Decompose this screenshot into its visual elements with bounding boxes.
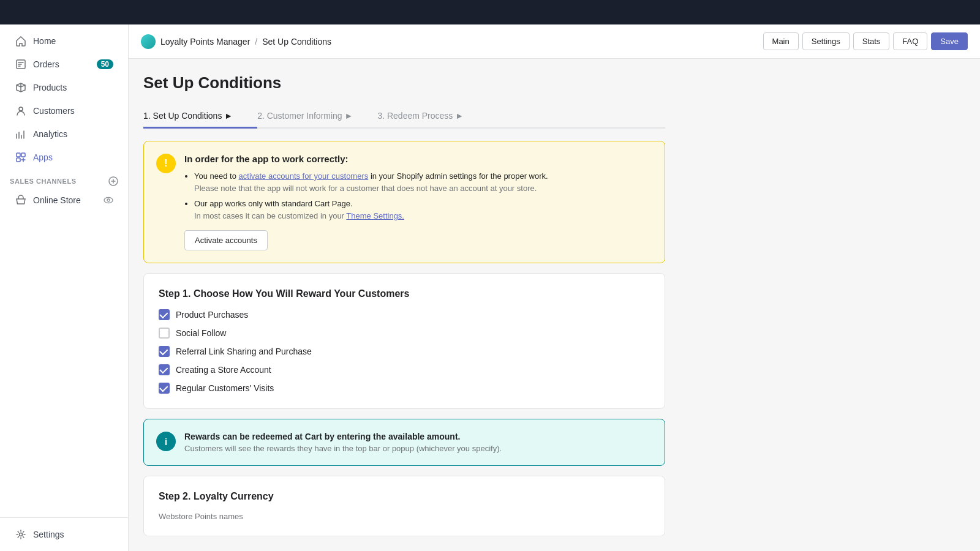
topbar	[0, 0, 980, 24]
info-body: Rewards can be redeemed at Cart by enter…	[184, 432, 502, 453]
tab-stats[interactable]: Stats	[853, 32, 890, 50]
sidebar-item-apps[interactable]: Apps	[5, 146, 123, 168]
step1-title: Step 1. Choose How You Will Reward Your …	[159, 288, 650, 299]
settings-icon	[15, 528, 27, 541]
orders-icon	[15, 58, 27, 70]
svg-point-8	[20, 533, 23, 536]
activate-accounts-link[interactable]: activate accounts for your customers	[239, 171, 369, 181]
sales-channels-label: SALES CHANNELS	[10, 178, 77, 185]
main-content: Loyalty Points Manager / Set Up Conditio…	[129, 24, 980, 551]
sidebar-item-customers[interactable]: Customers	[5, 100, 123, 122]
step2-card: Step 2. Loyalty Currency Webstore Points…	[143, 476, 665, 536]
online-store-eye-icon	[104, 195, 113, 205]
checkbox-label-regular-visits: Regular Customers' Visits	[176, 383, 274, 393]
tab-settings[interactable]: Settings	[802, 32, 850, 50]
warning-bullet-1-main: You need to	[194, 171, 239, 181]
sidebar: Home Orders 50 Products Customers Anal	[0, 24, 129, 551]
warning-bullet-1-sub: Please note that the app will not work f…	[194, 184, 537, 193]
svg-point-6	[104, 198, 113, 203]
step1-card: Step 1. Choose How You Will Reward Your …	[143, 273, 665, 409]
checkbox-label-store-account: Creating a Store Account	[176, 365, 271, 375]
breadcrumb-current-page: Set Up Conditions	[262, 37, 331, 47]
checkbox-item-store-account[interactable]: Creating a Store Account	[159, 364, 650, 375]
orders-badge: 50	[97, 59, 113, 69]
tab-main[interactable]: Main	[763, 32, 799, 50]
checkbox-label-referral-link: Referral Link Sharing and Purchase	[176, 347, 312, 356]
checkbox-regular-visits[interactable]	[159, 383, 170, 394]
sidebar-item-orders[interactable]: Orders 50	[5, 53, 123, 75]
sidebar-item-settings-label: Settings	[33, 530, 64, 539]
warning-bullet-2: Our app works only with standard Cart Pa…	[194, 198, 652, 222]
apps-icon	[15, 151, 27, 163]
sidebar-item-settings[interactable]: Settings	[5, 523, 123, 545]
warning-title: In order for the app to work correctly:	[184, 154, 652, 164]
breadcrumb-app-name: Loyalty Points Manager	[160, 37, 250, 47]
sidebar-item-online-store[interactable]: Online Store	[5, 189, 123, 211]
sidebar-item-home-label: Home	[33, 36, 56, 46]
analytics-icon	[15, 128, 27, 140]
page-content-area: Set Up Conditions 1. Set Up Conditions ►…	[129, 59, 680, 551]
breadcrumb-separator: /	[255, 37, 257, 47]
sidebar-item-customers-label: Customers	[33, 106, 75, 116]
step-tab-setup[interactable]: 1. Set Up Conditions ►	[143, 105, 257, 129]
customers-icon	[15, 105, 27, 117]
sidebar-item-analytics[interactable]: Analytics	[5, 123, 123, 145]
checkbox-item-social-follow[interactable]: Social Follow	[159, 328, 650, 339]
sidebar-item-analytics-label: Analytics	[33, 129, 67, 139]
svg-rect-3	[21, 153, 25, 157]
warning-bullet-1-after: in your Shopify admin settings for the p…	[371, 171, 548, 181]
sidebar-item-products[interactable]: Products	[5, 77, 123, 99]
checkbox-store-account[interactable]	[159, 364, 170, 375]
app-header: Loyalty Points Manager / Set Up Conditio…	[129, 24, 980, 59]
products-icon	[15, 81, 27, 94]
checkbox-item-regular-visits[interactable]: Regular Customers' Visits	[159, 383, 650, 394]
svg-rect-2	[17, 153, 20, 157]
svg-point-1	[19, 107, 23, 111]
warning-bullets: You need to activate accounts for your c…	[194, 170, 652, 222]
checkbox-label-product-purchases: Product Purchases	[176, 310, 248, 320]
sidebar-bottom: Settings	[0, 517, 128, 546]
add-sales-channel-button[interactable]	[108, 176, 118, 186]
online-store-icon	[15, 194, 27, 206]
checkbox-label-social-follow: Social Follow	[176, 328, 226, 338]
step2-sub-label: Webstore Points names	[159, 512, 650, 521]
warning-box: ! In order for the app to work correctly…	[143, 141, 665, 263]
checkbox-list: Product Purchases Social Follow Referral…	[159, 309, 650, 394]
checkbox-referral-link[interactable]	[159, 346, 170, 357]
warning-bullet-1: You need to activate accounts for your c…	[194, 170, 652, 194]
svg-point-7	[107, 199, 110, 201]
svg-rect-4	[17, 158, 20, 162]
page-title: Set Up Conditions	[143, 73, 665, 92]
step-tabs: 1. Set Up Conditions ► 2. Customer Infor…	[143, 105, 665, 129]
info-title: Rewards can be redeemed at Cart by enter…	[184, 432, 502, 441]
sidebar-item-apps-label: Apps	[33, 152, 53, 162]
warning-icon: !	[156, 154, 176, 173]
checkbox-social-follow[interactable]	[159, 328, 170, 339]
app-logo	[141, 34, 156, 49]
step-tab-redeem[interactable]: 3. Redeem Process ►	[377, 105, 488, 129]
warning-bullet-2-sub: In most cases it can be customized in yo…	[194, 211, 404, 220]
sidebar-item-orders-label: Orders	[33, 59, 59, 69]
activate-accounts-button[interactable]: Activate accounts	[184, 230, 268, 250]
warning-bullet-2-main: Our app works only with standard Cart Pa…	[194, 199, 353, 208]
sidebar-item-products-label: Products	[33, 83, 67, 92]
sidebar-item-home[interactable]: Home	[5, 30, 123, 52]
step-tab-informing[interactable]: 2. Customer Informing ►	[257, 105, 377, 129]
step2-title: Step 2. Loyalty Currency	[159, 491, 650, 502]
home-icon	[15, 35, 27, 47]
header-tabs: Main Settings Stats FAQ Save	[763, 32, 968, 50]
checkbox-item-referral-link[interactable]: Referral Link Sharing and Purchase	[159, 346, 650, 357]
sales-channels-section: SALES CHANNELS	[0, 169, 128, 189]
info-box: i Rewards can be redeemed at Cart by ent…	[143, 419, 665, 466]
warning-body: In order for the app to work correctly: …	[184, 154, 652, 250]
save-button[interactable]: Save	[931, 32, 968, 50]
info-icon: i	[156, 432, 176, 451]
theme-settings-link[interactable]: Theme Settings.	[346, 211, 404, 220]
tab-faq[interactable]: FAQ	[893, 32, 927, 50]
checkbox-item-product-purchases[interactable]: Product Purchases	[159, 309, 650, 320]
sidebar-item-online-store-label: Online Store	[33, 195, 81, 205]
breadcrumb: Loyalty Points Manager / Set Up Conditio…	[141, 34, 756, 49]
info-sub: Customers will see the rewards they have…	[184, 444, 502, 453]
checkbox-product-purchases[interactable]	[159, 309, 170, 320]
